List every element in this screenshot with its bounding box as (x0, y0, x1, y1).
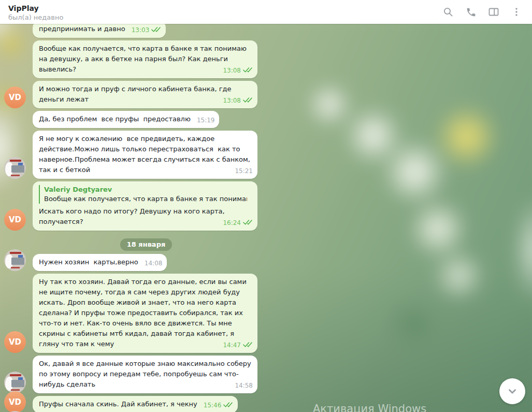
menu-button[interactable] (507, 3, 526, 21)
date-separator-row: 18 января (4, 238, 288, 251)
read-double-check-icon (243, 342, 253, 349)
avatar-sender-initials[interactable]: VD (4, 209, 26, 231)
message-meta: 15:21 (235, 167, 253, 175)
date-separator[interactable]: 18 января (120, 238, 172, 251)
read-double-check-icon (243, 219, 253, 226)
sidebar-toggle-icon (488, 6, 499, 18)
message-row: Я не могу к сожалению все предвидеть, ка… (4, 131, 288, 179)
peer-title: VipPlay (8, 4, 439, 13)
message-meta: 14:58 (235, 382, 253, 389)
message-text: Я не могу к сожалению все предвидеть, ка… (39, 135, 252, 174)
message-row: Да, без проблем все пруфы предоставлю15:… (4, 111, 288, 128)
message-row: VDНу так кто хозяин. Давай тогда его дан… (4, 274, 288, 353)
incoming-message-bubble[interactable]: Я не могу к сожалению все предвидеть, ка… (33, 131, 257, 179)
message-time: 15:19 (197, 117, 215, 124)
read-double-check-icon (151, 26, 161, 34)
message-text: Ну так кто хозяин. Давай тогда его данны… (39, 278, 249, 348)
message-meta: 13:08 (223, 97, 253, 104)
read-double-check-icon (223, 402, 233, 409)
outgoing-message-bubble[interactable]: Пруфы сначала скинь. Дай кабинет, я чекн… (33, 396, 238, 412)
avatar-peer-photo[interactable] (4, 157, 26, 179)
avatar-peer-photo[interactable] (4, 372, 26, 393)
message-time: 13:08 (223, 97, 241, 104)
message-meta: 14:08 (145, 260, 163, 267)
avatar-sender-initials[interactable]: VD (4, 391, 26, 412)
menu-dots-icon (511, 7, 522, 17)
search-icon (442, 6, 454, 18)
avatar-sender-initials[interactable]: VD (4, 87, 26, 108)
chat-area: предпринимать и давно13:03Вообще как пол… (0, 24, 532, 412)
message-meta: 13:08 (223, 67, 253, 74)
message-text: Да, без проблем все пруфы предоставлю (39, 115, 191, 123)
message-time: 15:21 (235, 167, 253, 175)
outgoing-message-bubble[interactable]: предпринимать и давно13:03 (33, 24, 166, 38)
message-time: 16:24 (223, 219, 241, 226)
chat-header: VipPlay был(а) недавно (0, 0, 532, 24)
message-row: Ок, давай я все данные которые знаю макс… (4, 356, 288, 393)
incoming-message-bubble[interactable]: Ок, давай я все данные которые знаю макс… (33, 356, 257, 393)
reply-author-name: Valeriy Degtyarev (44, 185, 251, 194)
message-text: Пруфы сначала скинь. Дай кабинет, я чекн… (39, 400, 197, 408)
message-text: Вообще как получается, что карта в банке… (39, 45, 249, 73)
call-button[interactable] (462, 3, 480, 21)
peer-info[interactable]: VipPlay был(а) недавно (8, 3, 439, 22)
message-text: И можно тогда и пруф с личного кабинета … (39, 85, 234, 103)
avatar-peer-photo[interactable] (4, 249, 26, 271)
sidebar-toggle-button[interactable] (484, 3, 503, 21)
reply-quoted-text: Вообще как получается, что карта в банке… (44, 194, 247, 204)
outgoing-message-bubble[interactable]: И можно тогда и пруф с личного кабинета … (33, 81, 257, 108)
message-meta: 15:19 (197, 117, 215, 124)
message-meta: 14:47 (223, 342, 253, 349)
outgoing-message-bubble[interactable]: Valeriy DegtyarevВообще как получается, … (33, 181, 257, 231)
phone-call-icon (466, 7, 477, 18)
message-text: Ок, давай я все данные которые знаю макс… (39, 360, 253, 388)
header-actions (439, 3, 526, 21)
message-meta: 16:24 (223, 219, 253, 226)
message-time: 15:46 (204, 402, 222, 409)
message-row: Нужен хозяин карты,верно14:08 (4, 254, 288, 271)
telegram-chat-window: VipPlay был(а) недавно (0, 0, 532, 412)
message-time: 13:03 (132, 26, 150, 34)
search-button[interactable] (439, 3, 457, 21)
message-time: 14:08 (145, 260, 163, 267)
outgoing-message-bubble[interactable]: Ну так кто хозяин. Давай тогда его данны… (33, 274, 257, 353)
reply-quote-block[interactable]: Valeriy DegtyarevВообще как получается, … (39, 185, 251, 204)
outgoing-message-bubble[interactable]: Вообще как получается, что карта в банке… (33, 40, 257, 78)
message-text: Искать кого надо по итогу? Девушку на ко… (39, 207, 227, 225)
avatar-sender-initials[interactable]: VD (4, 331, 26, 353)
message-list: предпринимать и давно13:03Вообще как пол… (0, 24, 288, 412)
message-text: Нужен хозяин карты,верно (39, 258, 138, 266)
scroll-to-bottom-button[interactable] (499, 378, 525, 404)
message-meta: 15:46 (204, 402, 234, 409)
message-time: 14:58 (235, 382, 253, 389)
message-text: предпринимать и давно (39, 25, 125, 33)
chevron-down-icon (507, 386, 518, 397)
incoming-message-bubble[interactable]: Да, без проблем все пруфы предоставлю15:… (33, 111, 219, 128)
read-double-check-icon (243, 67, 253, 74)
message-row: VDValeriy DegtyarevВообще как получается… (4, 181, 288, 231)
message-meta: 13:03 (132, 26, 162, 34)
incoming-message-bubble[interactable]: Нужен хозяин карты,верно14:08 (33, 254, 167, 271)
peer-status: был(а) недавно (8, 13, 439, 22)
message-row: предпринимать и давно13:03 (4, 24, 288, 38)
message-time: 13:08 (223, 67, 241, 74)
message-time: 14:47 (223, 342, 241, 349)
message-row: VDИ можно тогда и пруф с личного кабинет… (4, 81, 288, 108)
message-row: Вообще как получается, что карта в банке… (4, 40, 288, 78)
message-row: VDПруфы сначала скинь. Дай кабинет, я че… (4, 396, 288, 412)
read-double-check-icon (243, 97, 253, 104)
